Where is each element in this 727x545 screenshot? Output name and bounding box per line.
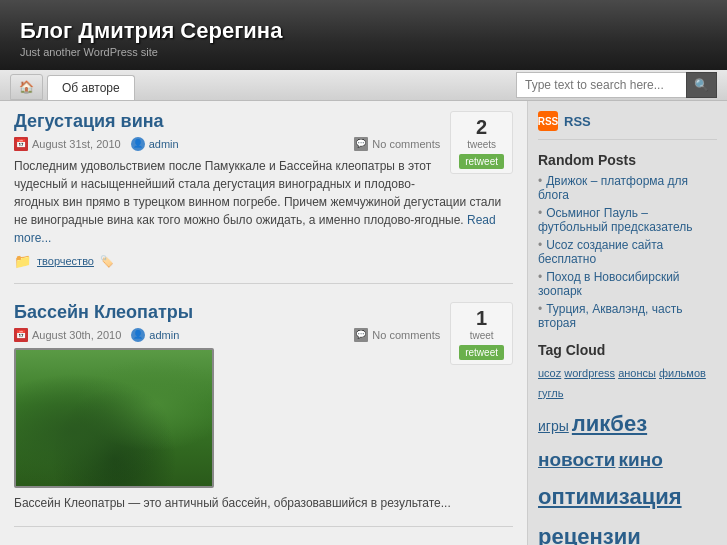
tag-cloud: ucoz wordpress анонсы фильмов гугль игры…: [538, 364, 717, 545]
rss-icon: RSS: [538, 111, 558, 131]
tag-news[interactable]: новости: [538, 449, 615, 470]
post-2: 1 tweet retweet Бассейн Клеопатры 📅 Augu…: [14, 302, 513, 527]
site-subtitle: Just another WordPress site: [20, 46, 707, 58]
comment-icon-2: 💬: [354, 328, 368, 342]
post-date-2: 📅 August 30th, 2010: [14, 328, 121, 342]
tag-cloud-section: Tag Cloud ucoz wordpress анонсы фильмов …: [538, 342, 717, 545]
tag-likbez[interactable]: ликбез: [572, 411, 647, 436]
tweet-box-1: 2 tweets retweet: [450, 111, 513, 174]
tweet-label-1: tweets: [459, 139, 504, 150]
post-image-inner-2: [16, 350, 212, 486]
post-body-2: Бассейн Клеопатры — это античный бассейн…: [14, 494, 513, 512]
tag-films[interactable]: фильмов: [659, 367, 706, 379]
tag-kino[interactable]: кино: [618, 449, 662, 470]
navbar: 🏠 Об авторе 🔍: [0, 70, 727, 101]
tag-icon-2: 🏷️: [100, 255, 114, 268]
post-tags-1: 📁 творчество 🏷️: [14, 253, 513, 269]
post-comments-2[interactable]: 💬 No comments: [354, 328, 440, 342]
content-area: 2 tweets retweet Дегустация вина 📅 Augus…: [0, 101, 527, 545]
post-author-1[interactable]: 👤 admin: [131, 137, 179, 151]
search-container: 🔍: [516, 72, 717, 98]
post-meta-2: 📅 August 30th, 2010 👤 admin 💬 No comment…: [14, 328, 440, 342]
tag-anons[interactable]: анонсы: [618, 367, 656, 379]
tag-google[interactable]: гугль: [538, 387, 563, 399]
tag-reviews[interactable]: рецензии: [538, 524, 641, 545]
post-meta-1: 📅 August 31st, 2010 👤 admin 💬 No comment…: [14, 137, 440, 151]
user-icon-1: 👤: [131, 137, 145, 151]
list-item[interactable]: Осьминог Пауль – футбольный предсказател…: [538, 206, 717, 234]
post-author-2[interactable]: 👤 admin: [131, 328, 179, 342]
rss-bar: RSS RSS: [538, 111, 717, 140]
tweet-count-1: 2: [459, 116, 504, 139]
tag-games[interactable]: игры: [538, 418, 569, 434]
random-posts-title: Random Posts: [538, 152, 717, 168]
tag-wordpress[interactable]: wordpress: [564, 367, 615, 379]
home-button[interactable]: 🏠: [10, 74, 43, 100]
tag-optimization[interactable]: оптимизация: [538, 484, 682, 509]
retweet-btn-2[interactable]: retweet: [459, 345, 504, 360]
retweet-btn-1[interactable]: retweet: [459, 154, 504, 169]
tweet-box-2: 1 tweet retweet: [450, 302, 513, 365]
site-header: Блог Дмитрия Серегина Just another WordP…: [0, 0, 727, 70]
tag-ucoz[interactable]: ucoz: [538, 367, 561, 379]
post-1: 2 tweets retweet Дегустация вина 📅 Augus…: [14, 111, 513, 284]
random-posts-section: Random Posts Движок – платформа для блог…: [538, 152, 717, 330]
list-item[interactable]: Движок – платформа для блога: [538, 174, 717, 202]
tweet-count-2: 1: [459, 307, 504, 330]
calendar-icon-2: 📅: [14, 328, 28, 342]
random-post-link-4[interactable]: Турция, Аквалэнд, часть вторая: [538, 302, 682, 330]
post-date-1: 📅 August 31st, 2010: [14, 137, 121, 151]
list-item[interactable]: Поход в Новосибирский зоопарк: [538, 270, 717, 298]
random-post-link-3[interactable]: Поход в Новосибирский зоопарк: [538, 270, 680, 298]
post-body-1: Последним удовольствием после Памуккале …: [14, 157, 513, 247]
random-post-link-1[interactable]: Осьминог Пауль – футбольный предсказател…: [538, 206, 693, 234]
search-input[interactable]: [516, 72, 686, 98]
main-layout: 2 tweets retweet Дегустация вина 📅 Augus…: [0, 101, 727, 545]
tag-link-1[interactable]: творчество: [37, 255, 94, 267]
list-item[interactable]: Ucoz создание сайта бесплатно: [538, 238, 717, 266]
list-item[interactable]: Турция, Аквалэнд, часть вторая: [538, 302, 717, 330]
tag-cloud-title: Tag Cloud: [538, 342, 717, 358]
user-icon-2: 👤: [131, 328, 145, 342]
random-posts-list: Движок – платформа для блога Осьминог Па…: [538, 174, 717, 330]
post-comments-1[interactable]: 💬 No comments: [354, 137, 440, 151]
about-tab[interactable]: Об авторе: [47, 75, 135, 100]
folder-icon-1: 📁: [14, 253, 31, 269]
tweet-label-2: tweet: [459, 330, 504, 341]
post-image-2: [14, 348, 214, 488]
random-post-link-0[interactable]: Движок – платформа для блога: [538, 174, 688, 202]
site-title: Блог Дмитрия Серегина: [20, 18, 707, 44]
post-title-1[interactable]: Дегустация вина: [14, 111, 513, 132]
post-title-2[interactable]: Бассейн Клеопатры: [14, 302, 513, 323]
random-post-link-2[interactable]: Ucoz создание сайта бесплатно: [538, 238, 663, 266]
calendar-icon-1: 📅: [14, 137, 28, 151]
rss-label[interactable]: RSS: [564, 114, 591, 129]
search-button[interactable]: 🔍: [686, 72, 717, 98]
sidebar: RSS RSS Random Posts Движок – платформа …: [527, 101, 727, 545]
comment-icon-1: 💬: [354, 137, 368, 151]
